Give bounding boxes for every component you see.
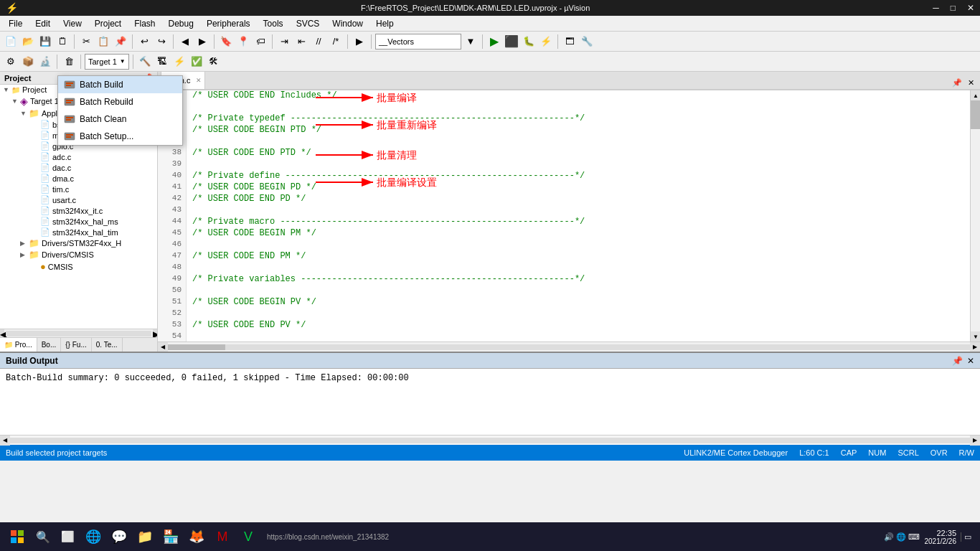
taskbar-app3-icon[interactable]: V (235, 525, 261, 548)
menu-file[interactable]: File (3, 17, 28, 30)
build-close-btn[interactable]: ✕ (967, 356, 974, 366)
hscroll-right-btn[interactable]: ▶ (970, 342, 980, 352)
ctx-batch-rebuild[interactable]: Batch Rebuild (58, 93, 182, 110)
tree-tim[interactable]: 📄 tim.c (0, 184, 157, 194)
menu-edit[interactable]: Edit (29, 17, 56, 30)
editor-vscroll[interactable]: ▲ ▼ (970, 90, 980, 342)
proj-tab-pro[interactable]: 📁 Pro... (0, 338, 37, 352)
taskbar-app2-icon[interactable]: M (209, 525, 235, 548)
clock[interactable]: 22:35 2021/2/26 (925, 529, 957, 545)
save-btn[interactable]: 💾 (37, 34, 53, 50)
undo-btn[interactable]: ↩ (136, 34, 152, 50)
tool-btn3[interactable]: ⚡ (171, 54, 187, 70)
taskbar-search-btn[interactable]: 🔍 (32, 525, 55, 548)
build-hscroll-left[interactable]: ◀ (0, 435, 10, 446)
debug2-btn[interactable]: ⚡ (538, 34, 554, 50)
ctx-batch-clean[interactable]: Batch Clean (58, 110, 182, 128)
vscroll-up-btn[interactable]: ▲ (971, 90, 980, 100)
menu-tools[interactable]: Tools (258, 17, 289, 30)
debug-btn[interactable]: 🐛 (521, 34, 537, 50)
tool-btn2[interactable]: 🏗 (154, 54, 170, 70)
vscroll-thumb[interactable] (971, 100, 980, 129)
tool-btn1[interactable]: 🔨 (137, 54, 153, 70)
bookmark3-btn[interactable]: 🏷 (253, 34, 268, 50)
tab-close-btn[interactable]: ✕ (196, 77, 202, 84)
uncomment-btn[interactable]: /* (328, 34, 344, 50)
bookmark2-btn[interactable]: 📍 (235, 34, 251, 50)
proj-hscroll-left[interactable]: ◀ (0, 329, 4, 337)
comment-btn[interactable]: // (311, 34, 326, 50)
minimize-btn[interactable]: ─ (933, 3, 939, 13)
tree-dac[interactable]: 📄 dac.c (0, 162, 157, 173)
taskbar-edge-icon[interactable]: 🌐 (80, 525, 106, 548)
close-editor-btn[interactable]: ✕ (965, 78, 977, 88)
target-dropdown[interactable]: Target 1 ▼ (85, 54, 129, 70)
settings-btn[interactable]: 🔧 (579, 34, 595, 50)
taskbar-weixin-icon[interactable]: 💬 (106, 525, 132, 548)
proj-btn2[interactable]: 📦 (20, 54, 36, 70)
tree-adc[interactable]: 📄 adc.c (0, 151, 157, 162)
pin-icon[interactable]: 📌 (949, 78, 965, 88)
nav-fwd-btn[interactable]: ▶ (194, 34, 210, 50)
proj-tab-bo[interactable]: Bo... (37, 338, 62, 352)
menu-help[interactable]: Help (370, 17, 400, 30)
open-btn[interactable]: 📂 (20, 34, 36, 50)
tree-stm32-it[interactable]: 📄 stm32f4xx_it.c (0, 205, 157, 216)
menu-window[interactable]: Window (326, 17, 369, 30)
nav-back-btn[interactable]: ◀ (177, 34, 193, 50)
maximize-btn[interactable]: □ (951, 3, 956, 13)
save-all-btn[interactable]: 🗒 (55, 34, 70, 50)
menu-svcs[interactable]: SVCS (291, 17, 326, 30)
search-dropdown-btn[interactable]: ▼ (463, 34, 479, 50)
proj-hscroll-right[interactable]: ▶ (153, 329, 157, 337)
proj-settings-btn[interactable]: ⚙ (3, 54, 19, 70)
redo-btn[interactable]: ↪ (154, 34, 169, 50)
menu-debug[interactable]: Debug (163, 17, 199, 30)
tool-btn4[interactable]: ✅ (189, 54, 204, 70)
new-btn[interactable]: 📄 (3, 34, 19, 50)
tray-icons[interactable]: 🔊 🌐 ⌨ (884, 532, 920, 542)
taskbar-folder-icon[interactable]: 📁 (132, 525, 158, 548)
build-btn[interactable]: ▶ (352, 34, 367, 50)
cut-btn[interactable]: ✂ (78, 34, 94, 50)
close-btn[interactable]: ✕ (967, 3, 974, 13)
indent-btn[interactable]: ⇥ (276, 34, 292, 50)
proj-tab-te[interactable]: 0. Te... (92, 338, 123, 352)
menu-peripherals[interactable]: Peripherals (201, 17, 256, 30)
vscroll-down-btn[interactable]: ▼ (971, 331, 980, 342)
ctx-batch-build[interactable]: Batch Build (58, 76, 182, 93)
menu-project[interactable]: Project (89, 17, 127, 30)
unindent-btn[interactable]: ⇤ (293, 34, 309, 50)
proj-hscroll[interactable]: ◀ ▶ (0, 329, 157, 337)
menu-flash[interactable]: Flash (128, 17, 161, 30)
taskview-btn[interactable]: ⬜ (55, 525, 80, 548)
tool-btn5[interactable]: 🛠 (206, 54, 222, 70)
menu-view[interactable]: View (57, 17, 88, 30)
tree-stm32-hal-tim[interactable]: 📄 stm32f4xx_hal_tim (0, 227, 157, 237)
run-btn[interactable]: ▶ (486, 34, 502, 50)
erase-btn[interactable]: 🗑 (61, 54, 77, 70)
tree-drivers-cmsis[interactable]: ▶ 📁 Drivers/CMSIS (0, 249, 157, 260)
code-view[interactable]: 33 /* USER CODE END Includes */ 34 35 /*… (158, 90, 970, 342)
window-btn[interactable]: 🗔 (562, 34, 578, 50)
show-desktop-btn[interactable]: ▭ (961, 532, 971, 542)
stop-btn[interactable]: ⬛ (504, 34, 519, 50)
copy-btn[interactable]: 📋 (95, 34, 111, 50)
tree-cmsis[interactable]: ● CMSIS (0, 260, 157, 273)
proj-btn3[interactable]: 🔬 (37, 54, 53, 70)
tree-usart[interactable]: 📄 usart.c (0, 194, 157, 205)
build-hscroll-right[interactable]: ▶ (970, 435, 980, 446)
ctx-batch-setup[interactable]: Batch Setup... (58, 128, 182, 145)
taskbar-store-icon[interactable]: 🏪 (158, 525, 184, 548)
build-pin-btn[interactable]: 📌 (952, 356, 963, 366)
tree-drivers-stm32[interactable]: ▶ 📁 Drivers/STM32F4xx_H (0, 237, 157, 249)
paste-btn[interactable]: 📌 (113, 34, 128, 50)
hscroll-left-btn[interactable]: ◀ (158, 342, 168, 352)
start-button[interactable] (3, 525, 32, 548)
hscroll-thumb[interactable] (168, 344, 225, 350)
tree-stm32-hal-ms[interactable]: 📄 stm32f4xx_hal_ms (0, 216, 157, 227)
tree-dma[interactable]: 📄 dma.c (0, 173, 157, 184)
taskbar-app1-icon[interactable]: 🦊 (184, 525, 209, 548)
bookmark-btn[interactable]: 🔖 (218, 34, 234, 50)
proj-tab-fu[interactable]: {} Fu... (61, 338, 91, 352)
